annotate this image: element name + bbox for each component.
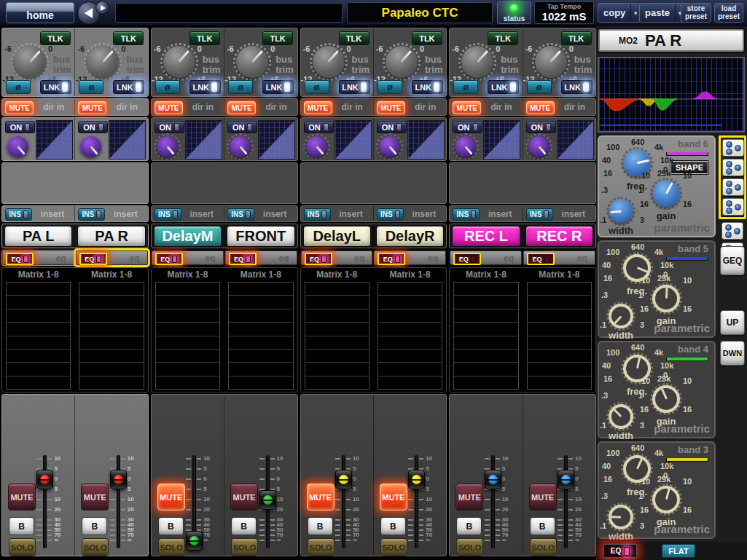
- matrix-send-slot[interactable]: [378, 336, 442, 350]
- home-button[interactable]: home: [6, 2, 74, 23]
- eq-button[interactable]: EQ: [527, 253, 555, 265]
- insert-button[interactable]: INS: [227, 208, 254, 221]
- band-select-button[interactable]: [722, 178, 744, 196]
- solo-button[interactable]: SOLO: [308, 538, 335, 556]
- b-button[interactable]: B: [231, 517, 257, 535]
- matrix-send-slot[interactable]: [79, 376, 143, 389]
- matrix-send-slot[interactable]: [229, 336, 292, 350]
- eq-button[interactable]: EQ: [229, 253, 257, 265]
- band-select-button[interactable]: [722, 159, 744, 176]
- phase-button[interactable]: ø: [378, 80, 402, 94]
- matrix-send-slot[interactable]: [79, 323, 143, 336]
- matrix-send-slot[interactable]: [528, 283, 591, 296]
- channel-name-button[interactable]: FRONT: [227, 226, 294, 247]
- compressor-knob[interactable]: [452, 133, 479, 160]
- matrix-send-list[interactable]: [378, 282, 442, 390]
- insert-button[interactable]: INS: [5, 208, 32, 221]
- eq-button[interactable]: EQ: [6, 253, 34, 265]
- solo-button[interactable]: SOLO: [9, 538, 36, 556]
- fader-handle[interactable]: [558, 470, 574, 489]
- matrix-send-slot[interactable]: [378, 376, 442, 389]
- link-button[interactable]: LNK: [339, 80, 370, 94]
- status-button[interactable]: status: [497, 1, 531, 24]
- matrix-send-slot[interactable]: [229, 309, 292, 323]
- solo-button[interactable]: SOLO: [158, 538, 185, 556]
- matrix-send-slot[interactable]: [528, 323, 591, 336]
- fader-mute-button[interactable]: MUTE: [307, 484, 335, 510]
- matrix-send-slot[interactable]: [305, 323, 369, 336]
- phase-button[interactable]: ø: [453, 80, 478, 94]
- width-knob[interactable]: [606, 197, 635, 226]
- width-knob[interactable]: [606, 502, 635, 532]
- channel-name-button[interactable]: REC R: [525, 226, 593, 247]
- direct-in-mute-button[interactable]: MUTE: [526, 101, 555, 114]
- matrix-send-list[interactable]: [155, 282, 220, 390]
- phase-button[interactable]: ø: [155, 80, 180, 94]
- compressor-on-button[interactable]: ON: [227, 121, 257, 133]
- bus-trim-knob[interactable]: [532, 43, 570, 81]
- compressor-on-button[interactable]: ON: [526, 121, 556, 133]
- direct-in-mute-button[interactable]: MUTE: [155, 101, 183, 114]
- compressor-knob[interactable]: [376, 133, 403, 160]
- fader-handle[interactable]: [335, 470, 352, 489]
- flat-button[interactable]: FLAT: [662, 544, 695, 558]
- phase-button[interactable]: ø: [228, 80, 253, 94]
- compressor-knob[interactable]: [227, 133, 254, 160]
- matrix-send-slot[interactable]: [378, 296, 442, 309]
- matrix-send-slot[interactable]: [528, 363, 591, 376]
- b-button[interactable]: B: [456, 517, 482, 535]
- matrix-send-slot[interactable]: [305, 350, 369, 363]
- phase-button[interactable]: ø: [305, 80, 329, 94]
- matrix-send-slot[interactable]: [7, 323, 70, 336]
- matrix-send-slot[interactable]: [305, 376, 369, 389]
- band-select-button[interactable]: [721, 222, 743, 240]
- eq-button[interactable]: EQ: [305, 253, 332, 265]
- matrix-send-slot[interactable]: [454, 376, 517, 389]
- matrix-send-slot[interactable]: [378, 283, 442, 296]
- fader-handle[interactable]: [485, 470, 501, 489]
- eq-button[interactable]: EQ: [155, 253, 183, 265]
- direct-in-mute-button[interactable]: MUTE: [5, 101, 34, 114]
- compressor-on-button[interactable]: ON: [453, 121, 482, 133]
- matrix-send-slot[interactable]: [79, 283, 143, 296]
- paste-button[interactable]: paste: [639, 3, 685, 23]
- matrix-send-slot[interactable]: [7, 283, 70, 296]
- compressor-knob[interactable]: [154, 133, 181, 160]
- direct-in-mute-button[interactable]: MUTE: [227, 101, 256, 114]
- load-preset-button[interactable]: load preset: [714, 3, 743, 23]
- bus-trim-knob[interactable]: [383, 43, 421, 81]
- band-select-button[interactable]: [722, 198, 744, 216]
- channel-name-button[interactable]: PA R: [77, 226, 145, 247]
- fader-handle[interactable]: [408, 470, 425, 489]
- matrix-send-slot[interactable]: [305, 336, 369, 350]
- copy-button[interactable]: copy: [598, 3, 641, 23]
- matrix-send-slot[interactable]: [454, 296, 517, 309]
- matrix-send-slot[interactable]: [7, 350, 70, 363]
- channel-name-button[interactable]: DelayM: [154, 226, 222, 247]
- matrix-send-slot[interactable]: [156, 350, 219, 363]
- matrix-send-slot[interactable]: [79, 350, 143, 363]
- matrix-send-slot[interactable]: [454, 363, 517, 376]
- matrix-send-slot[interactable]: [7, 296, 70, 309]
- matrix-send-list[interactable]: [453, 282, 518, 390]
- matrix-send-slot[interactable]: [156, 363, 219, 376]
- matrix-send-slot[interactable]: [156, 309, 219, 323]
- gain-knob[interactable]: [650, 178, 682, 210]
- matrix-send-slot[interactable]: [7, 376, 70, 389]
- b-button[interactable]: B: [9, 517, 34, 535]
- matrix-send-list[interactable]: [6, 282, 71, 390]
- insert-button[interactable]: INS: [377, 208, 404, 221]
- fader-mute-button[interactable]: MUTE: [529, 484, 557, 510]
- bus-trim-knob[interactable]: [160, 43, 198, 81]
- matrix-send-slot[interactable]: [378, 323, 442, 336]
- bus-trim-knob[interactable]: [84, 43, 122, 81]
- width-knob[interactable]: [606, 402, 635, 431]
- compressor-knob[interactable]: [77, 133, 104, 160]
- insert-button[interactable]: INS: [155, 208, 181, 221]
- fader-mute-button[interactable]: MUTE: [81, 484, 109, 510]
- insert-button[interactable]: INS: [78, 208, 105, 221]
- matrix-send-slot[interactable]: [528, 296, 591, 309]
- fader-mute-button[interactable]: MUTE: [380, 484, 407, 510]
- phase-button[interactable]: ø: [6, 80, 31, 94]
- matrix-send-list[interactable]: [79, 282, 144, 390]
